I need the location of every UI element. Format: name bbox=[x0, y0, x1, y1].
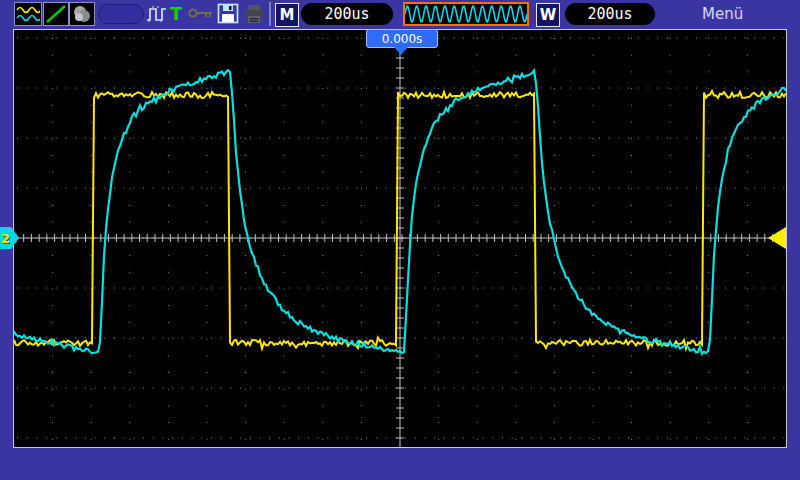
preview-sine bbox=[405, 6, 527, 22]
window-timebase-readout[interactable]: 200us bbox=[565, 3, 655, 25]
trigger-position-balloon[interactable]: 0.000s bbox=[366, 29, 438, 48]
top-toolbar: T M 200us W 200us Menü bbox=[0, 0, 800, 29]
main-timebase-readout[interactable]: 200us bbox=[301, 3, 393, 25]
menu-button[interactable]: Menü bbox=[702, 5, 743, 23]
preview-waveform bbox=[405, 4, 527, 24]
cursor-line-icon[interactable] bbox=[43, 2, 69, 26]
thumbnail-glyph bbox=[71, 4, 93, 24]
printer-glyph bbox=[243, 4, 265, 24]
pulse-icon[interactable] bbox=[146, 4, 168, 28]
trigger-level-marker[interactable] bbox=[768, 227, 786, 249]
trigger-position-pointer bbox=[394, 47, 408, 55]
channels-waves-icon[interactable] bbox=[14, 2, 42, 26]
main-timebase-mode-box[interactable]: M bbox=[275, 3, 299, 27]
ch2-marker-label: 2 bbox=[1, 231, 10, 246]
toolbar-divider bbox=[269, 2, 271, 26]
diagonal-line-glyph bbox=[45, 4, 67, 24]
pulse-glyph bbox=[146, 4, 168, 24]
empty-readout bbox=[98, 4, 144, 24]
waveform-display bbox=[14, 30, 786, 447]
floppy-glyph bbox=[217, 3, 239, 24]
key-lock-icon[interactable] bbox=[188, 5, 214, 25]
thumbnail-icon[interactable] bbox=[69, 2, 95, 26]
zoom-window-preview[interactable] bbox=[403, 2, 529, 26]
oscilloscope-ui: { "topbar": { "m_label": "M", "m_timebas… bbox=[0, 0, 800, 480]
status-bar: DC 20 1.00V DC 20 500mV CH1 0.00V 657.00… bbox=[0, 448, 800, 480]
trigger-status-label: T bbox=[170, 3, 182, 24]
print-icon[interactable] bbox=[243, 4, 265, 28]
key-glyph bbox=[188, 5, 214, 21]
channels-waves-glyph bbox=[16, 4, 40, 24]
window-timebase-mode-box[interactable]: W bbox=[536, 3, 560, 27]
save-icon[interactable] bbox=[217, 3, 239, 28]
